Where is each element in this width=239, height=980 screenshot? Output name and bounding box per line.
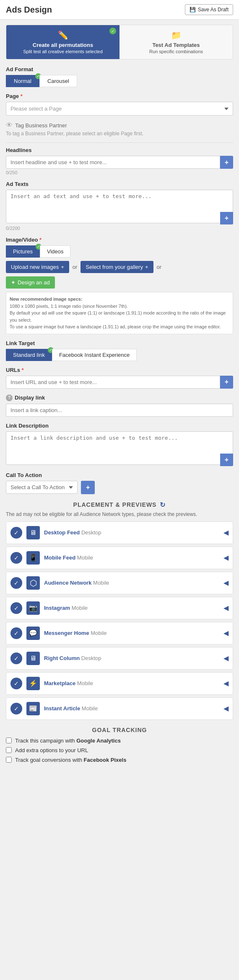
goal-item-google-analytics: Track this campaign with Google Analytic… xyxy=(6,738,233,744)
google-analytics-checkbox[interactable] xyxy=(6,738,12,743)
goal-tracking-header: GOAL TRACKING xyxy=(6,727,233,733)
cta-section: Call To Action Select a Call To Action S… xyxy=(6,472,233,494)
placement-item-audience-network[interactable]: ✓ ⬡ Audience Network Mobile ◀ xyxy=(6,572,233,594)
page-section: Page * Please select a Page xyxy=(6,93,233,116)
mode-selector: ✓ ✏️ Create all permutations Split test … xyxy=(6,25,233,59)
page-header: Ads Design 💾 Save As Draft xyxy=(0,0,239,20)
tab-standard-link[interactable]: Standard link ✓ xyxy=(6,349,52,361)
placement-check: ✓ xyxy=(10,552,22,564)
messenger-icon: 💬 xyxy=(26,627,40,640)
tag-partner-note: To tag a Business Partner, please select… xyxy=(6,131,233,137)
select-gallery-button[interactable]: Select from your gallery + xyxy=(81,261,153,273)
placement-header: PLACEMENT & PREVIEWS ↻ xyxy=(6,501,233,509)
placement-check: ✓ xyxy=(10,602,22,614)
link-description-add-button[interactable]: + xyxy=(220,454,233,466)
placement-item-marketplace[interactable]: ✓ ⚡ Marketplace Mobile ◀ xyxy=(6,672,233,695)
image-note-line-1: 1080 x 1080 pixels, 1:1 image ratio (sin… xyxy=(10,304,128,309)
urls-add-button[interactable]: + xyxy=(220,376,233,389)
tab-facebook-instant[interactable]: Facebook Instant Experience xyxy=(52,349,137,361)
tab-carousel[interactable]: Carousel xyxy=(39,75,77,87)
placement-arrow[interactable]: ◀ xyxy=(223,629,229,637)
ad-texts-textarea[interactable] xyxy=(6,190,233,223)
placement-arrow[interactable]: ◀ xyxy=(223,579,229,587)
placement-item-desktop-feed[interactable]: ✓ 🖥 Desktop Feed Desktop ◀ xyxy=(6,521,233,544)
image-video-label: Image/Video * xyxy=(6,237,233,243)
ad-texts-wrap: + xyxy=(6,190,233,224)
mode-test-templates[interactable]: 📁 Test Ad Templates Run specific combina… xyxy=(120,25,233,59)
right-column-icon: 🖥 xyxy=(26,652,40,665)
design-ad-button[interactable]: ✦ Design an ad xyxy=(6,276,55,289)
mode-create-permutations[interactable]: ✓ ✏️ Create all permutations Split test … xyxy=(6,25,120,59)
placement-name: Instagram Mobile xyxy=(44,605,219,611)
or-text-1: or xyxy=(73,264,78,270)
placement-arrow[interactable]: ◀ xyxy=(223,604,229,612)
extra-options-label: Add extra options to your URL xyxy=(15,747,88,753)
page-select[interactable]: Please select a Page xyxy=(6,102,233,116)
headlines-input[interactable] xyxy=(6,156,220,169)
tab-pictures[interactable]: Pictures ✓ xyxy=(6,245,40,258)
instant-article-icon: 📰 xyxy=(26,702,40,715)
display-link-input[interactable] xyxy=(6,404,233,417)
headlines-add-button[interactable]: + xyxy=(220,156,233,169)
ad-texts-add-button[interactable]: + xyxy=(220,212,233,224)
extra-options-checkbox[interactable] xyxy=(6,747,12,753)
placement-item-instant-article[interactable]: ✓ 📰 Instant Article Mobile ◀ xyxy=(6,697,233,720)
ad-texts-char-count: 0/2200 xyxy=(6,226,233,231)
goal-item-facebook-pixels: Track goal conversions with Facebook Pix… xyxy=(6,757,233,763)
tag-partner-row: 👁 Tag Business Partner xyxy=(6,121,233,129)
active-check-badge: ✓ xyxy=(109,28,116,34)
placement-name: Right Column Desktop xyxy=(44,655,219,661)
tag-partner-section: 👁 Tag Business Partner To tag a Business… xyxy=(6,121,233,137)
image-note-title: New recommended image specs: xyxy=(10,297,83,302)
placement-arrow[interactable]: ◀ xyxy=(223,704,229,712)
placement-name: Audience Network Mobile xyxy=(44,580,219,586)
ad-texts-section: Ad Texts + 0/2200 xyxy=(6,181,233,231)
image-note-line-2: By default your ad will use the square (… xyxy=(10,310,226,322)
placement-name: Marketplace Mobile xyxy=(44,680,219,686)
display-link-section: ? Display link xyxy=(6,395,233,417)
placement-name: Messenger Home Mobile xyxy=(44,630,219,636)
media-actions: Upload new images + or Select from your … xyxy=(6,261,233,273)
tab-normal[interactable]: Normal ✓ xyxy=(6,75,39,87)
placement-item-instagram[interactable]: ✓ 📷 Instagram Mobile ◀ xyxy=(6,597,233,619)
cta-add-button[interactable]: + xyxy=(81,481,95,494)
mobile-icon: 📱 xyxy=(26,551,40,565)
required-star: * xyxy=(21,93,23,99)
placement-item-messenger[interactable]: ✓ 💬 Messenger Home Mobile ◀ xyxy=(6,622,233,645)
urls-input[interactable] xyxy=(6,376,220,389)
placement-arrow[interactable]: ◀ xyxy=(223,554,229,562)
placement-item-right-column[interactable]: ✓ 🖥 Right Column Desktop ◀ xyxy=(6,647,233,670)
upload-images-button[interactable]: Upload new images + xyxy=(6,261,69,273)
placement-check: ✓ xyxy=(10,627,22,639)
placement-arrow[interactable]: ◀ xyxy=(223,679,229,687)
placement-arrow[interactable]: ◀ xyxy=(223,529,229,536)
desktop-icon: 🖥 xyxy=(26,526,40,539)
headlines-label: Headlines xyxy=(6,147,233,153)
placement-name: Mobile Feed Mobile xyxy=(44,554,219,561)
folder-icon: 📁 xyxy=(124,30,229,40)
tab-videos[interactable]: Videos xyxy=(40,245,71,258)
image-video-section: Image/Video * Pictures ✓ Videos Upload n… xyxy=(6,237,233,334)
required-star-3: * xyxy=(22,367,24,373)
facebook-pixels-checkbox[interactable] xyxy=(6,757,12,763)
link-target-tabs: Standard link ✓ Facebook Instant Experie… xyxy=(6,349,233,361)
placement-name: Instant Article Mobile xyxy=(44,705,219,712)
or-text-2: or xyxy=(157,264,162,270)
question-icon: ? xyxy=(6,395,13,401)
ad-texts-label: Ad Texts xyxy=(6,181,233,187)
refresh-icon[interactable]: ↻ xyxy=(160,501,166,509)
placement-item-mobile-feed[interactable]: ✓ 📱 Mobile Feed Mobile ◀ xyxy=(6,547,233,569)
design-icon: ✦ xyxy=(11,279,16,286)
eye-icon: 👁 xyxy=(6,121,13,129)
marketplace-icon: ⚡ xyxy=(26,677,40,690)
link-description-textarea[interactable] xyxy=(6,431,233,465)
placement-note: The ad may not be eligible for all Audie… xyxy=(6,511,233,517)
urls-label: URLs * xyxy=(6,367,233,373)
cta-select[interactable]: Select a Call To Action Shop Now Learn M… xyxy=(6,481,78,494)
save-icon: 💾 xyxy=(190,7,196,13)
save-draft-button[interactable]: 💾 Save As Draft xyxy=(185,4,233,15)
placement-arrow[interactable]: ◀ xyxy=(223,654,229,662)
goal-tracking-section: GOAL TRACKING Track this campaign with G… xyxy=(6,727,233,763)
headlines-input-row: + xyxy=(6,156,233,169)
ad-format-section: Ad Format Normal ✓ Carousel xyxy=(6,66,233,87)
